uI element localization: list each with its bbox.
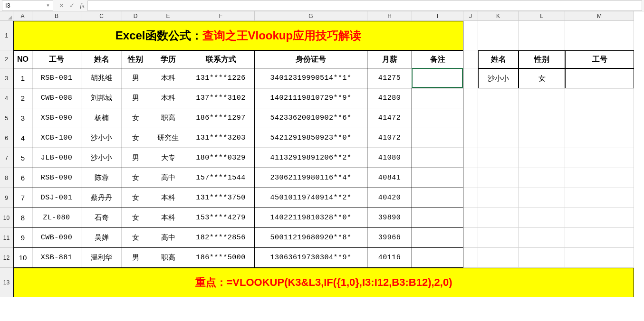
table-cell[interactable]: 高中 [149,168,187,188]
table-header[interactable]: 月薪 [367,50,412,68]
table-cell[interactable]: 女 [122,228,149,248]
table-cell[interactable]: 石奇 [81,208,122,228]
table-cell[interactable]: 杨楠 [81,108,122,128]
table-cell[interactable]: 职高 [149,108,187,128]
table-cell[interactable]: 沙小小 [81,148,122,168]
row-header-4[interactable]: 4 [0,88,13,108]
row-header-11[interactable]: 11 [0,228,13,248]
empty-cell[interactable] [478,21,519,50]
table-cell[interactable]: 131****3750 [187,188,255,208]
table-cell[interactable]: 153****4279 [187,208,255,228]
footer-cell[interactable]: 重点：=VLOOKUP(K3&L3,IF({1,0},I3:I12,B3:B12… [13,268,634,297]
table-cell[interactable]: 高中 [149,228,187,248]
table-cell[interactable]: 女 [122,188,149,208]
table-cell[interactable]: XSB-881 [32,248,81,268]
empty-cell[interactable] [519,108,565,128]
empty-cell[interactable] [478,108,519,128]
empty-cell[interactable] [463,248,478,268]
empty-cell[interactable] [565,228,634,248]
table-cell[interactable]: 吴婵 [81,228,122,248]
table-cell[interactable] [412,68,463,88]
column-header-F[interactable]: F [187,11,255,21]
empty-cell[interactable] [463,88,478,108]
empty-cell[interactable] [478,248,519,268]
table-cell[interactable]: 54212919850923**0* [255,128,367,148]
lookup-header[interactable]: 性别 [519,50,565,68]
table-cell[interactable]: 10 [13,248,32,268]
table-cell[interactable]: 41472 [367,108,412,128]
empty-cell[interactable] [519,208,565,228]
table-cell[interactable]: 50011219680920**8* [255,228,367,248]
title-cell[interactable]: Excel函数公式：查询之王Vlookup应用技巧解读 [13,21,463,50]
column-header-L[interactable]: L [519,11,565,21]
table-cell[interactable]: 男 [122,68,149,88]
table-cell[interactable]: 沙小小 [81,128,122,148]
table-cell[interactable]: 9 [13,228,32,248]
table-cell[interactable]: ZL-080 [32,208,81,228]
empty-cell[interactable] [463,21,478,50]
cells-area[interactable]: Excel函数公式：查询之王Vlookup应用技巧解读NO工号姓名性别学历联系方… [13,21,644,297]
table-cell[interactable]: 大专 [149,148,187,168]
empty-cell[interactable] [519,248,565,268]
cancel-formula-icon[interactable]: ✕ [56,0,67,11]
empty-cell[interactable] [478,208,519,228]
table-cell[interactable]: 41080 [367,148,412,168]
empty-cell[interactable] [478,148,519,168]
empty-cell[interactable] [519,228,565,248]
table-cell[interactable]: 157****1544 [187,168,255,188]
table-cell[interactable]: CWB-008 [32,88,81,108]
empty-cell[interactable] [519,148,565,168]
name-box[interactable]: I3 ▼ [2,0,53,11]
empty-cell[interactable] [519,168,565,188]
table-cell[interactable]: 蔡丹丹 [81,188,122,208]
table-cell[interactable]: 41275 [367,68,412,88]
table-cell[interactable] [412,208,463,228]
row-header-10[interactable]: 10 [0,208,13,228]
empty-cell[interactable] [565,248,634,268]
table-cell[interactable]: 本科 [149,88,187,108]
table-cell[interactable] [412,108,463,128]
select-all-corner[interactable] [0,11,13,21]
fx-icon[interactable]: fx [77,0,87,11]
table-cell[interactable]: 陈蓉 [81,168,122,188]
table-header[interactable]: NO [13,50,32,68]
column-header-C[interactable]: C [81,11,122,21]
empty-cell[interactable] [565,88,634,108]
table-header[interactable]: 性别 [122,50,149,68]
table-cell[interactable]: 186****1297 [187,108,255,128]
row-header-6[interactable]: 6 [0,128,13,148]
empty-cell[interactable] [478,168,519,188]
column-header-J[interactable]: J [463,11,478,21]
table-cell[interactable]: 男 [122,148,149,168]
table-cell[interactable]: 7 [13,188,32,208]
table-cell[interactable]: 研究生 [149,128,187,148]
table-cell[interactable]: 41072 [367,128,412,148]
table-cell[interactable]: 温利华 [81,248,122,268]
empty-cell[interactable] [519,128,565,148]
name-box-dropdown-icon[interactable]: ▼ [46,3,50,8]
row-header-2[interactable]: 2 [0,50,13,68]
table-cell[interactable]: 40841 [367,168,412,188]
table-cell[interactable]: 男 [122,88,149,108]
table-cell[interactable]: 男 [122,248,149,268]
empty-cell[interactable] [463,148,478,168]
row-header-9[interactable]: 9 [0,188,13,208]
row-header-7[interactable]: 7 [0,148,13,168]
table-header[interactable]: 姓名 [81,50,122,68]
empty-cell[interactable] [478,88,519,108]
table-cell[interactable]: 14021119810729**9* [255,88,367,108]
column-header-A[interactable]: A [13,11,32,21]
row-header-12[interactable]: 12 [0,248,13,268]
table-header[interactable]: 身份证号 [255,50,367,68]
empty-cell[interactable] [519,88,565,108]
table-cell[interactable]: 2 [13,88,32,108]
table-cell[interactable]: 职高 [149,248,187,268]
table-cell[interactable]: XSB-090 [32,108,81,128]
empty-cell[interactable] [519,188,565,208]
table-cell[interactable]: 5 [13,148,32,168]
row-header-13[interactable]: 13 [0,268,13,297]
table-cell[interactable]: 女 [122,128,149,148]
table-cell[interactable]: 40116 [367,248,412,268]
table-cell[interactable]: 34012319990514**1* [255,68,367,88]
table-cell[interactable]: 刘邦城 [81,88,122,108]
